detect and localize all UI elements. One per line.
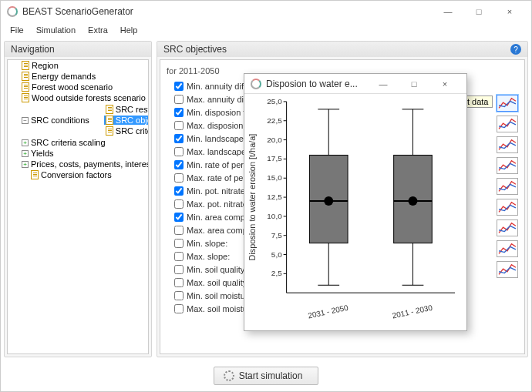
tree-region[interactable]: Region	[20, 61, 60, 70]
tree-woodout[interactable]: Wood outside forests scenario	[20, 93, 147, 102]
navigation-panel: Navigation Region Energy demands Forest …	[4, 41, 152, 357]
tree-conversion[interactable]: Conversion factors	[29, 170, 113, 179]
svg-text:5,0: 5,0	[271, 250, 282, 259]
popup-maximize[interactable]: □	[399, 73, 429, 95]
gear-icon	[224, 370, 234, 381]
doc-icon	[22, 82, 29, 92]
tree-forest[interactable]: Forest wood scenario	[20, 82, 114, 92]
menubar: File Simulation Extra Help	[1, 22, 531, 38]
svg-point-28	[324, 196, 333, 206]
viz-thumb[interactable]	[497, 157, 518, 174]
menu-simulation[interactable]: Simulation	[30, 24, 82, 36]
objective-checkbox[interactable]	[174, 278, 184, 287]
svg-text:20,0: 20,0	[267, 136, 282, 144]
objective-checkbox[interactable]	[174, 121, 184, 130]
doc-icon	[31, 170, 39, 179]
app-logo-icon	[251, 79, 261, 89]
tree-src-criteria[interactable]: SRC criteria weight	[104, 126, 149, 136]
svg-text:2,5: 2,5	[271, 269, 282, 277]
main-titlebar: BEAST ScenarioGenerator — □ ×	[1, 1, 531, 22]
expand-icon[interactable]: +	[22, 161, 29, 168]
doc-icon	[106, 116, 113, 125]
objective-checkbox[interactable]	[174, 147, 184, 156]
boxplot-chart: 2,55,07,510,012,515,017,520,022,525,0Dis…	[244, 94, 466, 330]
navigation-header: Navigation	[5, 42, 151, 57]
svg-point-35	[409, 196, 418, 206]
minimize-button[interactable]: —	[433, 1, 463, 22]
app-logo-icon	[7, 6, 18, 17]
tree-src[interactable]: −SRC conditions	[20, 116, 91, 125]
doc-icon	[106, 126, 113, 136]
doc-icon	[22, 61, 29, 70]
collapse-icon[interactable]: −	[22, 117, 29, 124]
objective-checkbox[interactable]	[174, 108, 184, 117]
close-button[interactable]: ×	[494, 1, 525, 22]
app-title: BEAST ScenarioGenerator	[22, 6, 133, 17]
svg-text:10,0: 10,0	[267, 212, 282, 220]
menu-file[interactable]: File	[4, 24, 30, 36]
viz-thumb[interactable]	[497, 219, 518, 236]
svg-text:2031 - 2050: 2031 - 2050	[307, 303, 349, 320]
viz-thumb[interactable]	[497, 261, 518, 278]
objective-checkbox[interactable]	[174, 160, 184, 169]
chart-popup: Disposion to water e... — □ × 2,55,07,51…	[244, 73, 467, 331]
objective-checkbox[interactable]	[174, 82, 184, 91]
tree-src-objectives[interactable]: SRC objectives	[104, 116, 149, 125]
tree-prices[interactable]: +Prices, costs, payments, interest rate	[20, 159, 149, 169]
objective-label: Min. slope:	[187, 239, 227, 248]
doc-icon	[106, 105, 113, 114]
viz-thumb[interactable]	[497, 178, 518, 195]
help-icon[interactable]: ?	[510, 44, 521, 55]
objective-checkbox[interactable]	[174, 199, 184, 209]
svg-text:17,5: 17,5	[267, 154, 282, 162]
svg-text:2011 - 2030: 2011 - 2030	[392, 303, 434, 320]
tree-energy[interactable]: Energy demands	[20, 72, 97, 81]
svg-text:22,5: 22,5	[267, 116, 282, 125]
tree-src-restrict[interactable]: SRC restrictions	[104, 105, 149, 114]
viz-thumb[interactable]	[497, 136, 518, 153]
visualization-thumbs: Open visualization of input data	[497, 95, 518, 278]
popup-minimize[interactable]: —	[368, 73, 399, 95]
svg-text:7,5: 7,5	[271, 231, 282, 240]
objective-checkbox[interactable]	[174, 265, 184, 274]
menu-extra[interactable]: Extra	[82, 24, 114, 36]
popup-titlebar[interactable]: Disposion to water e... — □ ×	[244, 74, 466, 94]
tree-scaling[interactable]: +SRC criteria scaling	[20, 138, 107, 147]
doc-icon	[22, 93, 29, 102]
expand-icon[interactable]: +	[22, 139, 29, 146]
objective-checkbox[interactable]	[174, 239, 184, 248]
main-header: SRC objectives ?	[157, 42, 527, 57]
svg-text:12,5: 12,5	[267, 193, 282, 201]
svg-text:Disposion to water erosion [t/: Disposion to water erosion [t/ha/a]	[247, 134, 257, 261]
footer: Start simulation	[1, 360, 531, 391]
chart-svg: 2,55,07,510,012,515,017,520,022,525,0Dis…	[244, 94, 466, 327]
objective-checkbox[interactable]	[174, 186, 184, 196]
start-simulation-button[interactable]: Start simulation	[214, 367, 319, 385]
navigation-tree[interactable]: Region Energy demands Forest wood scenar…	[7, 59, 149, 354]
maximize-button[interactable]: □	[463, 1, 494, 22]
objective-checkbox[interactable]	[174, 213, 184, 222]
svg-text:15,0: 15,0	[267, 173, 282, 182]
popup-close[interactable]: ×	[429, 73, 460, 95]
objective-label: Max. slope:	[187, 252, 230, 261]
objective-checkbox[interactable]	[174, 252, 184, 261]
viz-thumb[interactable]	[497, 240, 518, 257]
objective-checkbox[interactable]	[174, 291, 184, 300]
viz-thumb[interactable]: Open visualization of input data	[497, 95, 518, 112]
svg-text:25,0: 25,0	[267, 97, 282, 106]
objective-checkbox[interactable]	[174, 304, 184, 313]
objective-checkbox[interactable]	[174, 226, 184, 235]
viz-thumb[interactable]	[497, 199, 518, 216]
tree-yields[interactable]: +Yields	[20, 149, 56, 158]
menu-help[interactable]: Help	[114, 24, 144, 36]
expand-icon[interactable]: +	[22, 150, 29, 157]
objective-checkbox[interactable]	[174, 173, 184, 183]
objective-checkbox[interactable]	[174, 134, 184, 143]
viz-thumb[interactable]	[497, 116, 518, 132]
popup-title: Disposion to water e...	[266, 79, 358, 89]
doc-icon	[22, 72, 29, 81]
objective-checkbox[interactable]	[174, 95, 184, 104]
